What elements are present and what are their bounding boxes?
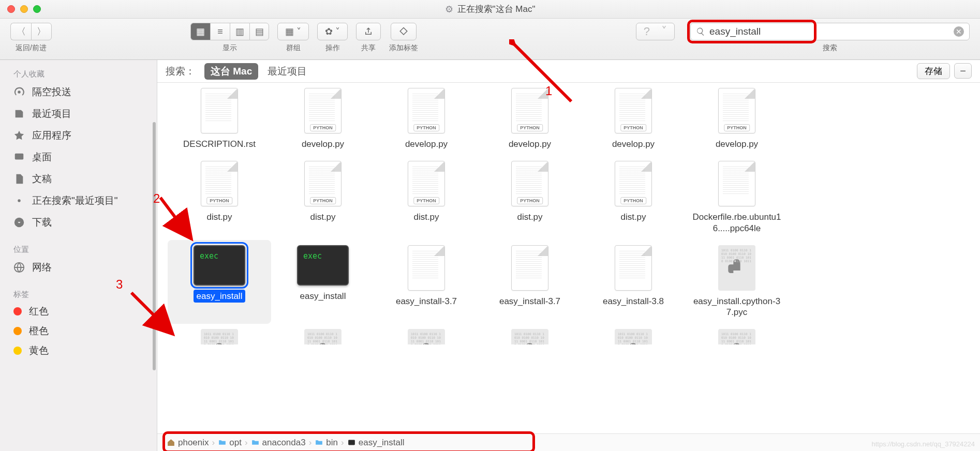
close-button[interactable] [7, 5, 15, 13]
forward-button[interactable]: 〉 [31, 23, 52, 40]
locations-header: 位置 [0, 240, 157, 257]
nav-label: 返回/前进 [16, 43, 47, 53]
file-name: develop.py [712, 138, 761, 151]
toolbar: 〈 〉 返回/前进 ▦ ≡ ▥ ▤ 显示 ▦ ˅ 群组 ✿ ˅ 操作 共享 添加… [0, 19, 980, 60]
file-item[interactable]: 1011 0100 0110 1010 0100 0110 1011 0001 … [478, 324, 582, 344]
file-name: easy_install-3.7 [393, 295, 460, 308]
action-button[interactable]: ✿ ˅ [317, 23, 348, 40]
file-item[interactable]: PYTHONdist.py [168, 156, 271, 240]
group-button[interactable]: ▦ ˅ [277, 23, 309, 40]
file-item[interactable]: 1011 0100 0110 1010 0100 0110 1011 0001 … [375, 324, 478, 344]
network-icon [13, 262, 25, 273]
search-box[interactable]: ✕ [690, 23, 970, 40]
file-item[interactable]: PYTHONdevelop.py [478, 83, 582, 156]
file-item[interactable]: DESCRIPTION.rst [168, 83, 271, 156]
file-name: dist.py [617, 211, 649, 223]
file-name: easy_install-3.8 [600, 295, 667, 308]
file-name: DESCRIPTION.rst [180, 138, 259, 151]
view-icons-button[interactable]: ▦ [190, 23, 210, 40]
tag-dot-icon [13, 347, 22, 355]
tag-label: 添加标签 [389, 43, 418, 53]
recents-icon [13, 108, 25, 119]
path-crumb-home[interactable]: phoenix [167, 438, 209, 448]
svg-rect-5 [348, 440, 355, 445]
file-item[interactable]: PYTHONdist.py [375, 156, 478, 240]
file-item[interactable]: 1011 0100 0110 1010 0100 0110 1011 0001 … [685, 240, 789, 324]
file-name: dist.py [514, 211, 545, 223]
file-name: Dockerfile.rbe.ubuntu16.....ppc64le [688, 211, 785, 235]
path-crumb-file[interactable]: easy_install [347, 438, 405, 448]
file-item[interactable]: PYTHONdevelop.py [271, 83, 375, 156]
window-title-text: 正在搜索"这台 Mac" [457, 3, 536, 15]
file-item[interactable]: easy_install-3.8 [582, 240, 685, 324]
sidebar-item-documents[interactable]: 文稿 [0, 168, 157, 190]
view-columns-button[interactable]: ▥ [230, 23, 249, 40]
path-crumb-anaconda3[interactable]: anaconda3 [251, 438, 306, 448]
file-item[interactable]: 1011 0100 0110 1010 0100 0110 1011 0001 … [582, 324, 685, 344]
search-group: ✕ 搜索 [690, 23, 970, 53]
path-crumb-bin[interactable]: bin [315, 438, 338, 448]
action-group: ✿ ˅ 操作 [317, 23, 348, 53]
chevron-right-icon: › [341, 438, 344, 448]
content: 搜索： 这台 Mac 最近项目 存储 − DESCRIPTION.rstPYTH… [157, 60, 980, 451]
file-item[interactable]: execeasy_install [168, 240, 271, 324]
view-gallery-button[interactable]: ▤ [249, 23, 269, 40]
file-name: easy_install-3.7 [496, 295, 563, 308]
file-item[interactable]: easy_install-3.7 [478, 240, 582, 324]
tag-button[interactable] [391, 23, 417, 40]
file-item[interactable]: 1011 0100 0110 1010 0100 0110 1011 0001 … [685, 324, 789, 344]
clear-search-button[interactable]: ✕ [954, 26, 964, 37]
file-grid[interactable]: DESCRIPTION.rstPYTHONdevelop.pyPYTHONdev… [157, 83, 980, 433]
sidebar-item-recents[interactable]: 最近项目 [0, 103, 157, 125]
file-item[interactable]: PYTHONdist.py [271, 156, 375, 240]
share-button[interactable] [356, 23, 381, 40]
help-button[interactable]: ? ˅ [636, 23, 675, 40]
file-item[interactable]: PYTHONdevelop.py [375, 83, 478, 156]
view-list-button[interactable]: ≡ [210, 23, 230, 40]
file-item[interactable]: PYTHONdevelop.py [685, 83, 789, 156]
file-item[interactable]: PYTHONdist.py [478, 156, 582, 240]
airdrop-icon [13, 86, 25, 98]
minimize-button[interactable] [20, 5, 28, 13]
scope-this-mac[interactable]: 这台 Mac [204, 63, 258, 80]
sidebar-item-downloads[interactable]: 下载 [0, 212, 157, 233]
file-item[interactable]: 1011 0100 0110 1010 0100 0110 1011 0001 … [271, 324, 375, 344]
exec-icon [347, 438, 356, 447]
gear-icon [13, 195, 25, 206]
scope-recents[interactable]: 最近项目 [268, 65, 307, 78]
file-item[interactable]: easy_install-3.7 [375, 240, 478, 324]
back-button[interactable]: 〈 [10, 23, 31, 40]
share-label: 共享 [361, 43, 376, 53]
svg-point-0 [18, 91, 21, 94]
path-crumb-opt[interactable]: opt [218, 438, 242, 448]
chevron-right-icon: › [309, 438, 312, 448]
folder-icon [251, 438, 260, 447]
maximize-button[interactable] [33, 5, 41, 13]
sidebar-item-smart-search[interactable]: 正在搜索"最近项目" [0, 190, 157, 212]
sidebar: 个人收藏 隔空投送 最近项目 应用程序 桌面 文稿 正在搜索"最近项目" 下载 … [0, 60, 157, 451]
file-name: develop.py [402, 138, 451, 151]
sidebar-item-applications[interactable]: 应用程序 [0, 125, 157, 146]
file-name: easy_install [297, 290, 349, 303]
remove-criteria-button[interactable]: − [954, 63, 972, 79]
sidebar-item-airdrop[interactable]: 隔空投送 [0, 81, 157, 103]
sidebar-item-network[interactable]: 网络 [0, 257, 157, 278]
file-item[interactable]: PYTHONdevelop.py [582, 83, 685, 156]
file-item[interactable]: 1011 0100 0110 1010 0100 0110 1011 0001 … [168, 324, 271, 344]
sidebar-tag-orange[interactable]: 橙色 [0, 321, 157, 341]
sidebar-tag-red[interactable]: 红色 [0, 302, 157, 321]
sidebar-tag-yellow[interactable]: 黄色 [0, 341, 157, 360]
documents-icon [13, 173, 25, 185]
save-search-button[interactable]: 存储 [917, 63, 950, 79]
file-item[interactable]: execeasy_install [271, 240, 375, 324]
file-item[interactable]: PYTHONdist.py [582, 156, 685, 240]
sidebar-item-desktop[interactable]: 桌面 [0, 146, 157, 168]
search-input[interactable] [705, 26, 954, 37]
file-item[interactable]: Dockerfile.rbe.ubuntu16.....ppc64le [685, 156, 789, 240]
group-group: ▦ ˅ 群组 [277, 23, 309, 53]
desktop-icon [13, 152, 25, 163]
chevron-right-icon: › [212, 438, 215, 448]
view-group: ▦ ≡ ▥ ▤ 显示 [190, 23, 269, 53]
scope-bar: 搜索： 这台 Mac 最近项目 存储 − [157, 60, 980, 83]
favorites-header: 个人收藏 [0, 65, 157, 81]
